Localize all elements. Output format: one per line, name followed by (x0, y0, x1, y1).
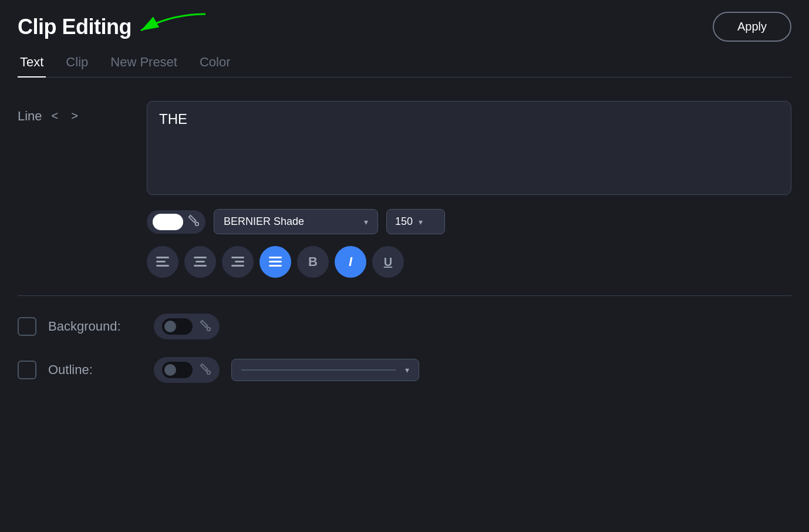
background-checkbox[interactable] (18, 317, 36, 336)
underline-button[interactable]: U (372, 246, 404, 278)
svg-rect-5 (194, 257, 207, 258)
tab-new-preset[interactable]: New Preset (108, 48, 180, 77)
text-toggle[interactable] (153, 214, 183, 230)
svg-rect-13 (269, 265, 282, 267)
outline-label: Outline: (48, 362, 142, 378)
apply-button[interactable]: Apply (713, 12, 791, 42)
line-row: Line < > (18, 101, 791, 195)
background-label: Background: (48, 319, 142, 334)
arrow-icon (135, 8, 211, 41)
line-label: Line (18, 109, 42, 124)
italic-button[interactable]: I (335, 246, 366, 278)
svg-rect-12 (269, 261, 282, 262)
outline-chevron-icon: ▾ (405, 365, 409, 375)
line-next-button[interactable]: > (68, 108, 82, 124)
background-toggle-group (154, 314, 220, 339)
bold-label: B (308, 254, 318, 270)
text-paint-icon[interactable] (187, 214, 200, 230)
svg-rect-6 (195, 261, 205, 262)
outline-toggle[interactable] (162, 362, 193, 378)
outline-line-preview (241, 369, 396, 371)
italic-label: I (349, 254, 352, 270)
font-size-selector[interactable]: 150 ▾ (386, 209, 445, 234)
alignment-toolbar: B I U (147, 246, 791, 278)
font-selector[interactable]: BERNIER Shade ▾ (214, 209, 378, 234)
background-paint-icon[interactable] (198, 319, 211, 335)
align-center-button[interactable] (184, 246, 216, 278)
line-text-input[interactable] (147, 101, 791, 195)
text-toggle-group (147, 210, 205, 234)
align-right-button[interactable] (222, 246, 254, 278)
format-toolbar: BERNIER Shade ▾ 150 ▾ (147, 209, 791, 234)
svg-rect-3 (156, 261, 166, 262)
tab-clip[interactable]: Clip (63, 48, 90, 77)
page-title: Clip Editing (18, 15, 132, 39)
align-left-button[interactable] (147, 246, 178, 278)
size-chevron-icon: ▾ (419, 217, 423, 227)
tab-bar: Text Clip New Preset Color (18, 48, 791, 78)
outline-row: Outline: ▾ (18, 357, 791, 383)
font-name: BERNIER Shade (224, 216, 357, 228)
underline-label: U (384, 255, 392, 269)
bold-button[interactable]: B (297, 246, 329, 278)
tab-text[interactable]: Text (18, 48, 46, 77)
outline-paint-icon[interactable] (198, 362, 211, 378)
font-size-value: 150 (395, 216, 413, 228)
background-toggle[interactable] (162, 318, 193, 335)
svg-rect-11 (269, 257, 282, 258)
svg-rect-9 (235, 261, 244, 262)
align-justify-button[interactable] (259, 246, 291, 278)
tab-color[interactable]: Color (197, 48, 233, 77)
line-prev-button[interactable]: < (48, 108, 62, 124)
background-row: Background: (18, 314, 791, 339)
outline-style-selector[interactable]: ▾ (231, 359, 419, 381)
svg-rect-10 (231, 265, 244, 267)
svg-rect-8 (231, 257, 244, 258)
svg-rect-7 (194, 265, 207, 267)
font-chevron-icon: ▾ (364, 217, 368, 227)
svg-rect-4 (156, 265, 169, 267)
outline-checkbox[interactable] (18, 361, 36, 379)
outline-toggle-group (154, 357, 220, 383)
section-divider (18, 295, 791, 296)
svg-rect-2 (156, 257, 169, 258)
